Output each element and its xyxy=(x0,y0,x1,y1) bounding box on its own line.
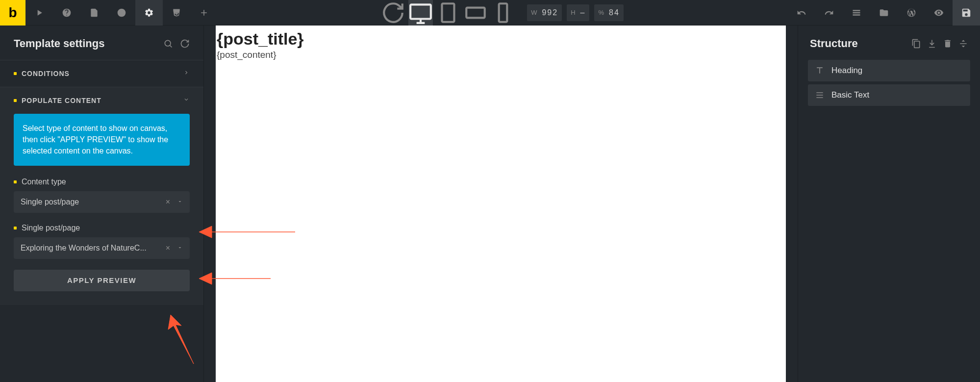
zoom-label: % xyxy=(598,9,604,16)
clear-icon[interactable]: × xyxy=(166,244,170,253)
width-box[interactable]: W992 xyxy=(527,4,562,21)
download-icon[interactable] xyxy=(927,39,937,49)
bullet-icon xyxy=(14,180,17,183)
toolbar-center-group: W992 H– %84 xyxy=(218,0,788,25)
clear-icon[interactable]: × xyxy=(166,198,170,206)
info-box: Select type of content to show on canvas… xyxy=(14,114,190,166)
chevron-right-icon xyxy=(183,69,190,78)
apply-preview-button[interactable]: APPLY PREVIEW xyxy=(14,270,190,291)
lines-icon xyxy=(815,90,825,100)
preview-icon[interactable] xyxy=(925,0,953,25)
undo-icon[interactable] xyxy=(788,0,815,25)
structure-item-label: Basic Text xyxy=(831,90,869,100)
left-panel-actions xyxy=(163,39,190,49)
structure-actions xyxy=(911,39,968,49)
bullet-icon xyxy=(14,227,17,229)
left-panel-header: Template settings xyxy=(0,25,203,60)
logo[interactable]: b xyxy=(0,0,25,25)
toolbar-right-group xyxy=(788,0,980,25)
search-icon[interactable] xyxy=(163,39,173,49)
post-content[interactable]: {post_content} xyxy=(216,49,786,61)
device-desktop-icon[interactable] xyxy=(408,0,433,25)
chevron-down-icon[interactable] xyxy=(177,244,183,253)
redo-icon[interactable] xyxy=(815,0,843,25)
right-panel: Structure Heading Basic Text xyxy=(798,25,980,382)
structure-item-label: Heading xyxy=(831,66,862,76)
populate-header[interactable]: POPULATE CONTENT xyxy=(0,87,203,114)
structure-item-basic-text[interactable]: Basic Text xyxy=(808,84,970,106)
conditions-label: CONDITIONS xyxy=(22,70,70,77)
svg-rect-3 xyxy=(466,7,485,18)
populate-body: Select type of content to show on canvas… xyxy=(0,114,203,305)
top-toolbar: b W992 H– %84 xyxy=(0,0,980,25)
settings-icon[interactable] xyxy=(135,0,163,25)
folder-icon[interactable] xyxy=(870,0,898,25)
width-label: W xyxy=(531,9,537,16)
main-area: Template settings CONDITIONS POPULATE CO… xyxy=(0,25,980,382)
pages-icon[interactable] xyxy=(80,0,108,25)
help-icon[interactable] xyxy=(53,0,80,25)
device-tablet-landscape-icon[interactable] xyxy=(463,0,488,25)
structure-header: Structure xyxy=(798,25,980,60)
conditions-section: CONDITIONS xyxy=(0,60,203,87)
single-post-value: Exploring the Wonders of NatureC... xyxy=(21,244,166,253)
svg-point-5 xyxy=(165,40,171,46)
single-post-label: Single post/page xyxy=(22,224,80,232)
svg-rect-2 xyxy=(442,3,454,22)
canvas[interactable]: {post_title} {post_content} xyxy=(216,25,786,382)
structure-item-heading[interactable]: Heading xyxy=(808,60,970,81)
zoom-box[interactable]: %84 xyxy=(594,4,623,21)
zoom-value: 84 xyxy=(609,8,620,17)
structure-title: Structure xyxy=(810,37,858,50)
left-panel: Template settings CONDITIONS POPULATE CO… xyxy=(0,25,204,382)
height-label: H xyxy=(571,9,575,16)
single-post-select[interactable]: Exploring the Wonders of NatureC... × xyxy=(14,237,190,259)
content-type-label: Content type xyxy=(22,178,66,186)
canvas-wrap: {post_title} {post_content} xyxy=(204,25,798,382)
content-type-value: Single post/page xyxy=(21,198,166,206)
content-type-select[interactable]: Single post/page × xyxy=(14,191,190,213)
collapse-icon[interactable] xyxy=(958,39,968,49)
add-icon[interactable] xyxy=(190,0,218,25)
device-mobile-icon[interactable] xyxy=(491,0,515,25)
width-value: 992 xyxy=(542,8,558,17)
post-title[interactable]: {post_title} xyxy=(216,29,786,49)
height-box[interactable]: H– xyxy=(567,4,589,21)
svg-rect-1 xyxy=(410,4,431,19)
bullet-icon xyxy=(14,99,17,102)
copy-icon[interactable] xyxy=(911,39,921,49)
text-icon xyxy=(815,66,825,76)
populate-section: POPULATE CONTENT Select type of content … xyxy=(0,87,203,305)
svg-rect-4 xyxy=(499,3,507,22)
trash-icon[interactable] xyxy=(943,39,953,49)
chevron-down-icon xyxy=(183,96,190,105)
left-panel-title: Template settings xyxy=(14,37,104,50)
conditions-header[interactable]: CONDITIONS xyxy=(0,60,203,87)
bullet-icon xyxy=(14,72,17,75)
play-icon[interactable] xyxy=(25,0,53,25)
save-button[interactable] xyxy=(953,0,980,25)
chevron-down-icon[interactable] xyxy=(177,198,183,206)
refresh-icon[interactable] xyxy=(180,39,190,49)
css-icon[interactable] xyxy=(163,0,190,25)
toolbar-left-group: b xyxy=(0,0,218,25)
revisions-icon[interactable] xyxy=(108,0,135,25)
height-value: – xyxy=(580,8,586,17)
populate-label: POPULATE CONTENT xyxy=(22,97,101,104)
wordpress-icon[interactable] xyxy=(898,0,925,25)
structure-toggle-icon[interactable] xyxy=(843,0,870,25)
device-tablet-portrait-icon[interactable] xyxy=(436,0,460,25)
reload-icon[interactable] xyxy=(381,0,405,25)
